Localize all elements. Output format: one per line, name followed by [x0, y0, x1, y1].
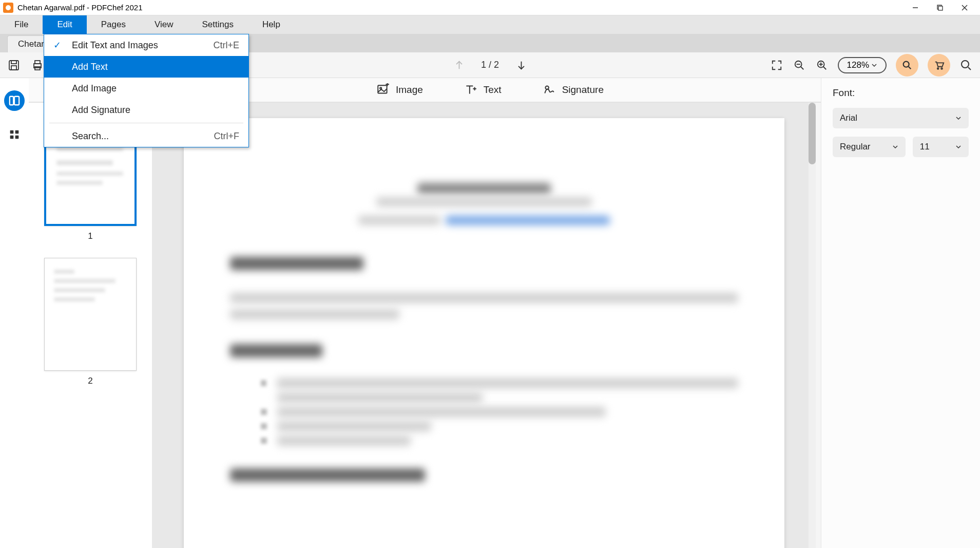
svg-rect-2 [938, 6, 943, 10]
close-button[interactable] [958, 2, 971, 14]
menu-bar: File Edit Pages View Settings Help [0, 15, 980, 34]
svg-rect-26 [378, 85, 387, 93]
font-family-select[interactable]: Arial [833, 108, 969, 128]
search-icon[interactable] [959, 59, 973, 72]
thumbnails-view-button[interactable] [4, 90, 25, 111]
menu-view[interactable]: View [140, 15, 188, 34]
svg-rect-5 [9, 61, 18, 70]
zoom-out-icon[interactable] [793, 59, 806, 72]
svg-line-14 [800, 66, 803, 69]
dd-label: Add Image [72, 83, 239, 94]
maximize-button[interactable] [934, 2, 946, 14]
thumbnail-label-1: 1 [88, 231, 92, 241]
svg-rect-39 [10, 136, 14, 139]
minimize-button[interactable] [909, 2, 921, 14]
title-bar: Chetan Agarwal.pdf - PDFChef 2021 [0, 0, 980, 15]
grid-view-button[interactable] [4, 124, 25, 145]
font-panel: Font: Arial Regular 11 [821, 78, 980, 548]
svg-rect-38 [15, 130, 19, 134]
window-title: Chetan Agarwal.pdf - PDFChef 2021 [17, 3, 142, 12]
svg-rect-37 [10, 130, 14, 134]
page-indicator: 1 / 2 [481, 60, 499, 70]
thumbnail-panel: 1 2 [29, 103, 152, 548]
cart-button[interactable] [928, 54, 950, 77]
search-highlight-button[interactable] [896, 54, 918, 77]
add-signature-button[interactable]: Signature [543, 83, 604, 97]
svg-line-21 [909, 66, 911, 69]
svg-rect-6 [11, 61, 16, 64]
thumbnail-page-2[interactable] [44, 258, 137, 371]
svg-point-20 [904, 61, 909, 67]
svg-point-23 [941, 68, 943, 69]
dd-add-image[interactable]: Add Image [44, 78, 248, 99]
svg-point-22 [937, 68, 939, 69]
svg-rect-9 [35, 61, 40, 64]
menu-help[interactable]: Help [248, 15, 295, 34]
dd-label: Edit Text and Images [72, 40, 213, 51]
document-view[interactable] [152, 103, 816, 548]
svg-line-25 [968, 67, 971, 70]
svg-rect-35 [10, 97, 13, 105]
chevron-down-icon [871, 62, 877, 68]
font-label: Font: [833, 87, 969, 99]
zoom-value: 128% [847, 60, 869, 70]
image-icon [376, 83, 390, 97]
save-icon[interactable] [7, 59, 21, 72]
zoom-selector[interactable]: 128% [838, 57, 887, 73]
dd-label: Search... [72, 131, 214, 142]
add-text-label: Text [484, 84, 502, 96]
dd-divider [49, 123, 243, 123]
menu-file[interactable]: File [0, 15, 43, 34]
signature-icon [543, 83, 556, 97]
font-size-select[interactable]: 11 [913, 137, 969, 157]
text-icon [464, 83, 477, 97]
edit-dropdown: ✓ Edit Text and Images Ctrl+E Add Text A… [44, 34, 249, 147]
dd-add-text[interactable]: Add Text [44, 56, 248, 78]
chevron-down-icon [955, 115, 962, 121]
next-page-icon[interactable] [514, 59, 528, 72]
svg-line-17 [823, 66, 826, 69]
doc-scrollthumb[interactable] [809, 103, 816, 164]
chevron-down-icon [955, 144, 962, 150]
add-image-label: Image [396, 84, 423, 96]
svg-rect-7 [11, 66, 16, 70]
add-text-button[interactable]: Text [464, 83, 502, 97]
check-icon: ✓ [53, 40, 65, 51]
menu-edit[interactable]: Edit [43, 15, 86, 34]
thumbnail-label-2: 2 [88, 376, 92, 386]
dd-edit-text-images[interactable]: ✓ Edit Text and Images Ctrl+E [44, 34, 248, 56]
menu-settings[interactable]: Settings [187, 15, 247, 34]
side-strip [0, 78, 29, 548]
font-size-value: 11 [920, 142, 930, 152]
dd-label: Add Signature [72, 105, 239, 116]
menu-pages[interactable]: Pages [87, 15, 140, 34]
chevron-down-icon [892, 144, 898, 150]
add-signature-label: Signature [562, 84, 604, 96]
app-icon [3, 3, 13, 13]
dd-search[interactable]: Search... Ctrl+F [44, 125, 248, 147]
dd-shortcut: Ctrl+F [214, 131, 240, 142]
font-weight-value: Regular [840, 142, 871, 152]
font-family-value: Arial [840, 113, 857, 123]
document-page[interactable] [184, 118, 784, 548]
dd-shortcut: Ctrl+E [213, 40, 239, 51]
svg-point-24 [962, 61, 969, 68]
dd-add-signature[interactable]: Add Signature [44, 99, 248, 121]
zoom-in-icon[interactable] [815, 59, 829, 72]
prev-page-icon[interactable] [452, 59, 466, 72]
print-icon[interactable] [31, 59, 44, 72]
font-weight-select[interactable]: Regular [833, 137, 906, 157]
add-image-button[interactable]: Image [376, 83, 423, 97]
fit-screen-icon[interactable] [770, 59, 783, 72]
svg-rect-10 [35, 67, 40, 70]
dd-label: Add Text [72, 62, 239, 72]
svg-rect-36 [14, 97, 19, 105]
doc-scrollbar[interactable] [809, 103, 816, 548]
svg-rect-40 [15, 136, 19, 139]
